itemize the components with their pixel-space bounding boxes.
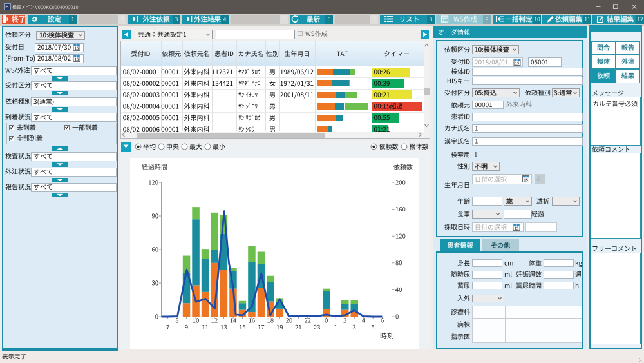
svg-text:E: E: [5, 3, 9, 10]
